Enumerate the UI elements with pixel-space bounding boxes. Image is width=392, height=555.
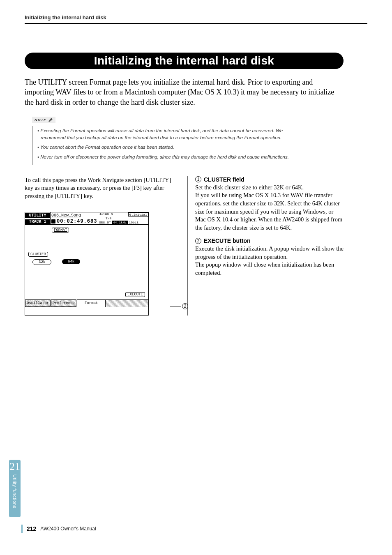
item-body: Execute the disk initialization. A popup… — [195, 245, 344, 277]
lock-icon — [51, 219, 55, 223]
chapter-label: Utility functions — [12, 474, 17, 508]
item-head-execute: 2 EXECUTE button — [195, 237, 344, 244]
lcd-cluster-32k: 32k — [32, 259, 51, 265]
note-label-text: NOTE — [35, 118, 46, 122]
item-number: 2 — [195, 238, 201, 244]
lcd-song-name: 006_New_Song — [51, 212, 98, 219]
lcd-tab-format: Format — [77, 299, 106, 307]
pencil-icon — [48, 117, 53, 122]
note-bullet: • Executing the Format operation will er… — [37, 127, 304, 142]
item-number: 1 — [195, 176, 201, 182]
running-head: Initializing the internal hard disk — [25, 14, 367, 23]
note-bullet: • Never turn off or disconnect the power… — [37, 154, 304, 161]
chapter-number: 21 — [9, 461, 20, 472]
lcd-figure: 1 UTILITY TRACK 1 006_New_Song 00:02:49.… — [25, 212, 177, 315]
item-title: EXECUTE button — [204, 237, 251, 244]
note-block: NOTE • Executing the Format operation wi… — [25, 115, 344, 165]
note-label: NOTE — [32, 117, 55, 123]
page-number: 212 — [27, 525, 36, 532]
page-footer: 212 AW2400 Owner's Manual — [21, 525, 96, 533]
lcd-tab-oscillator: Oscillator — [25, 299, 51, 307]
lcd-bitdepth: 16bit — [129, 221, 138, 224]
lcd-cluster-64k: 64k — [62, 259, 80, 264]
lcd-scene: 0.Initial — [128, 212, 148, 216]
lcd-samplerate: 44.1kHz — [112, 221, 128, 224]
right-column: 1 CLUSTER field Set the disk cluster siz… — [187, 176, 344, 315]
callout-number: 2 — [182, 303, 188, 309]
chapter-tab: 21 Utility functions — [9, 460, 21, 517]
item-head-cluster: 1 CLUSTER field — [195, 176, 344, 183]
lcd-execute-button: EXECUTE — [125, 292, 145, 297]
left-column: To call this page press the Work Navigat… — [25, 176, 178, 315]
lcd-cluster-label: CLUSTER — [28, 252, 48, 257]
lcd-utility-label: UTILITY — [25, 213, 50, 218]
callout-2: 2 — [170, 303, 188, 309]
section-title-bar: Initializing the internal hard disk — [25, 53, 344, 69]
left-paragraph: To call this page press the Work Navigat… — [25, 176, 178, 200]
header-rule — [25, 23, 367, 24]
manual-reference: AW2400 Owner's Manual — [40, 526, 96, 532]
item-body: Set the disk cluster size to either 32K … — [195, 184, 344, 232]
lcd-timecode: 00:02:49.683 — [57, 219, 97, 224]
lcd-remain: 058.0T — [99, 221, 111, 224]
lcd-sig: 7/4 — [98, 216, 111, 221]
lcd-format-button: FORMAT — [52, 228, 69, 233]
lcd-tab-preference: Preference — [51, 299, 76, 307]
intro-paragraph: The UTILITY screen Format page lets you … — [25, 77, 344, 107]
note-bullet: • You cannot abort the Format operation … — [37, 144, 304, 151]
lcd-tempo: J=100.0 — [98, 212, 113, 216]
section-title: Initializing the internal hard disk — [43, 54, 325, 67]
lcd-screenshot: UTILITY TRACK 1 006_New_Song 00:02:49.68… — [25, 212, 149, 315]
lcd-track-label: TRACK 1 — [25, 219, 50, 224]
item-title: CLUSTER field — [204, 176, 244, 183]
